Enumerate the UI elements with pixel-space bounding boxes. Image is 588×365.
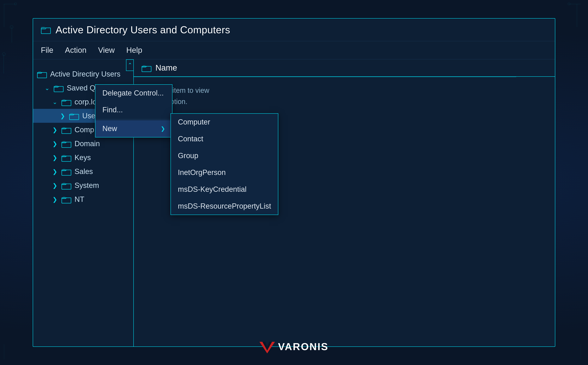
- svg-point-2: [14, 3, 17, 5]
- tree-item-nt[interactable]: ❯ NT: [33, 192, 133, 206]
- menu-contact[interactable]: Contact: [171, 131, 278, 147]
- svg-rect-0: [4, 4, 4, 27]
- svg-point-5: [2, 53, 5, 56]
- svg-rect-11: [581, 344, 581, 360]
- menu-separator: [95, 119, 172, 119]
- msds-resourcepropertylist-label: msDS-ResourcePropertyList: [178, 202, 271, 210]
- menu-delegate-control[interactable]: Delegate Control...: [95, 85, 172, 101]
- inetorgperson-label: InetOrgPerson: [178, 168, 226, 177]
- right-pane-header: Name: [134, 59, 555, 77]
- chevron-right-icon: ❯: [52, 182, 58, 189]
- varonis-text: VARONIS: [278, 341, 328, 352]
- main-window: Active Directory Users and Computers Fil…: [33, 18, 555, 347]
- tree-label-nt: NT: [74, 195, 84, 204]
- tree-label-keys: Keys: [74, 154, 91, 162]
- menu-msds-resourcepropertylist[interactable]: msDS-ResourcePropertyList: [171, 198, 278, 215]
- tree-label-domain: Domain: [74, 140, 100, 148]
- tree-label-comp: Comp: [74, 126, 94, 134]
- svg-rect-8: [569, 4, 581, 4]
- context-menu-2: Computer Contact Group InetOrgPerson msD…: [171, 113, 278, 215]
- menu-msds-keycredential[interactable]: msDS-KeyCredential: [171, 181, 278, 198]
- tree-label-root: Active Directiry Users: [50, 70, 120, 78]
- menu-computer[interactable]: Computer: [171, 114, 278, 131]
- svg-rect-6: [3, 54, 4, 73]
- computer-label: Computer: [178, 118, 210, 126]
- chevron-right-icon: ❯: [52, 154, 58, 161]
- folder-icon: [61, 167, 72, 176]
- delegate-control-label: Delegate Control...: [102, 89, 164, 97]
- context-menu-1: Delegate Control... Find... New ❯: [95, 84, 173, 137]
- menu-find[interactable]: Find...: [95, 101, 172, 118]
- menu-group[interactable]: Group: [171, 147, 278, 164]
- menu-action[interactable]: Action: [65, 44, 86, 56]
- submenu-arrow-icon: ❯: [161, 126, 165, 132]
- varonis-logo: VARONIS: [259, 340, 328, 353]
- folder-icon: [69, 112, 79, 120]
- chevron-right-icon: ❯: [52, 168, 58, 175]
- msds-keycredential-label: msDS-KeyCredential: [178, 185, 247, 194]
- contact-label: Contact: [178, 135, 203, 143]
- chevron-right-icon: ❯: [52, 196, 58, 203]
- menu-view[interactable]: View: [98, 44, 115, 56]
- folder-icon: [54, 84, 64, 92]
- menu-inetorgperson[interactable]: InetOrgPerson: [171, 164, 278, 181]
- menu-bar: File Action View Help: [33, 41, 555, 59]
- window-title: Active Directory Users and Computers: [56, 24, 230, 35]
- folder-icon: [61, 181, 72, 190]
- varonis-icon: [259, 340, 275, 353]
- chevron-down-icon: ⌄: [52, 98, 58, 105]
- folder-icon: [61, 195, 72, 204]
- folder-icon: [37, 70, 47, 78]
- tree-item-domain[interactable]: ❯ Domain: [33, 137, 133, 151]
- folder-icon: [61, 98, 72, 106]
- tree-label-sales: Sales: [74, 168, 93, 176]
- svg-rect-10: [4, 344, 4, 360]
- chevron-up-icon: ⌃: [128, 63, 132, 68]
- folder-icon: [61, 139, 72, 148]
- title-bar: Active Directory Users and Computers: [33, 19, 555, 41]
- tree-label-system: System: [74, 181, 99, 190]
- chevron-right-icon: ❯: [52, 140, 58, 147]
- new-label: New: [102, 125, 117, 133]
- tree-item-system[interactable]: ❯ System: [33, 178, 133, 192]
- svg-point-4: [10, 26, 13, 29]
- menu-help[interactable]: Help: [126, 44, 142, 56]
- svg-rect-3: [12, 27, 12, 42]
- svg-point-9: [568, 3, 570, 5]
- chevron-down-icon: ⌄: [45, 85, 51, 91]
- folder-icon: [141, 63, 152, 72]
- folder-icon: [61, 153, 72, 162]
- folder-icon: [61, 126, 72, 134]
- scroll-up-button[interactable]: ⌃: [126, 59, 134, 71]
- chevron-right-icon: ❯: [52, 126, 58, 133]
- tree-item-sales[interactable]: ❯ Sales: [33, 165, 133, 178]
- find-label: Find...: [102, 106, 123, 114]
- menu-new[interactable]: New ❯: [95, 120, 172, 137]
- chevron-right-icon: ❯: [60, 112, 66, 119]
- svg-rect-1: [4, 4, 15, 4]
- right-pane-description: Select an item to viewit's description.: [134, 77, 555, 115]
- name-column-label: Name: [155, 63, 177, 72]
- menu-file[interactable]: File: [41, 44, 53, 56]
- group-label: Group: [178, 152, 198, 160]
- svg-rect-7: [577, 4, 577, 27]
- title-folder-icon: [41, 26, 51, 34]
- name-column-header: Name: [141, 63, 177, 72]
- tree-item-root[interactable]: Active Directiry Users: [33, 67, 133, 81]
- tree-item-keys[interactable]: ❯ Keys: [33, 151, 133, 165]
